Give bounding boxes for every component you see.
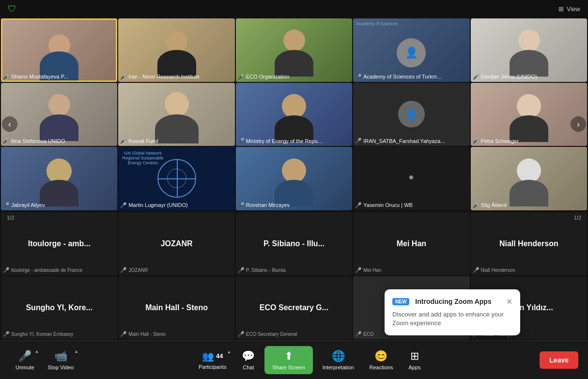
name-cell-23[interactable]: ECO Secretary G... 🎤 ECO Secretary Gener… [236, 276, 352, 339]
mic-muted-icon-18: 🎤 [238, 267, 245, 273]
participants-caret: ▲ [227, 349, 232, 354]
reactions-button[interactable]: 😊 Reactions [364, 347, 399, 373]
mic-muted-icon-2: 🎤 [120, 74, 127, 80]
participant-name-13: Rovshan Mirzayev [246, 202, 290, 208]
reactions-label: Reactions [370, 364, 393, 370]
nav-arrow-right[interactable]: › [571, 116, 586, 132]
name-cell-17[interactable]: JOZANR 🎤 JOZANR [118, 212, 234, 275]
sub-name-24: ECO [363, 332, 374, 337]
participant-video-2 [118, 18, 234, 82]
mute-bar-6: 🎤 Ilina Stefanova UNIDO [3, 138, 65, 144]
display-name-22: Main Hall - Steno [145, 303, 208, 312]
grid-icon: ⊞ [558, 5, 564, 13]
participant-video-11 [1, 147, 117, 210]
participant-name-9: IRAN_SATBA_Farshad.Yahyazadeh [363, 138, 448, 144]
interpretation-label: Interpretation [323, 364, 354, 370]
mic-muted-icon-16: 🎤 [3, 267, 10, 273]
mute-bar-7: 🎤 Kuwait Fund [120, 138, 158, 144]
video-cell-14[interactable]: 🎤 Yasemin Orucu | WB [353, 147, 469, 210]
display-name-16: Itoulorge - amb... [28, 239, 91, 248]
mute-bar-9: 🎤 IRAN_SATBA_Farshad.Yahyazadeh [355, 138, 449, 144]
video-cell-10[interactable]: 🎤 Petra Schwager [471, 83, 587, 146]
interpretation-icon: 🌐 [332, 350, 345, 363]
name-cell-22[interactable]: Main Hall - Steno 🎤 Main Hall - Steno [118, 276, 234, 339]
leave-button[interactable]: Leave [540, 351, 578, 369]
video-cell-7[interactable]: 🎤 Kuwait Fund [118, 83, 234, 146]
participant-name-11: Jabrayil Aliyev [11, 202, 45, 208]
participant-name-5: Gentjan Sema (UNIDO) [481, 74, 537, 79]
shield-icon: 🛡 [8, 4, 16, 14]
view-button[interactable]: ⊞ View [558, 5, 580, 13]
globe-network-text: GN Global NetworkRegional SustainableEne… [122, 151, 163, 165]
display-name-23: ECO Secretary G... [260, 303, 328, 312]
share-screen-label: Share Screen [272, 364, 305, 370]
participant-video-13 [236, 147, 352, 210]
video-cell-12[interactable]: GN Global NetworkRegional SustainableEne… [118, 147, 234, 210]
interpretation-button[interactable]: 🌐 Interpretation [317, 347, 360, 373]
video-cell-4[interactable]: Academy of Sciences 👤 🎤 Academy of Scien… [353, 18, 469, 82]
mute-bar-18: 🎤 P. Sibiano - Illumia [238, 267, 286, 273]
nav-arrow-left[interactable]: ‹ [2, 116, 17, 132]
name-cell-18[interactable]: P. Sibiano - Illu... 🎤 P. Sibiano - Illu… [236, 212, 352, 275]
mute-bar-21: 🎤 Sungho YI, Korean Embassy [3, 331, 73, 337]
mute-bar-22: 🎤 Main Hall - Steno [120, 331, 166, 337]
video-caret: ▲ [74, 349, 78, 354]
name-cell-21[interactable]: Sungho YI, Kore... 🎤 Sungho YI, Korean E… [1, 276, 117, 339]
participant-name-12: Martin Lugmayr (UNIDO) [128, 202, 187, 208]
video-cell-13[interactable]: 🎤 Rovshan Mirzayev [236, 147, 352, 210]
video-cell-5[interactable]: 🎤 Gentjan Sema (UNIDO) [471, 18, 587, 82]
chat-label: Chat [243, 364, 254, 370]
name-cell-19[interactable]: Mei Han 🎤 Mei Han [353, 212, 469, 275]
unmute-button[interactable]: 🎤 Unmute ▲ [10, 347, 40, 373]
mute-bar-19: 🎤 Mei Han [355, 267, 381, 273]
mute-bar-12: 🎤 Martin Lugmayr (UNIDO) [120, 202, 187, 208]
participant-name-14: Yasemin Orucu | WB [363, 202, 413, 208]
mute-bar-15: 🎤 Stig Ätland [473, 202, 507, 208]
reactions-icon: 😊 [374, 350, 387, 363]
video-cell-1[interactable]: 🎤 Shams Mustafayeva P... [1, 18, 117, 82]
display-name-19: Mei Han [397, 239, 426, 248]
name-cell-16[interactable]: Itoulorge - amb... 🎤 Itoulorge - ambassa… [1, 212, 117, 275]
mic-icon-3: 🎤 [238, 74, 245, 80]
video-cell-8[interactable]: 🎤 Ministry of Energy of the Repub... [236, 83, 352, 146]
mute-bar-5: 🎤 Gentjan Sema (UNIDO) [473, 74, 537, 80]
video-cell-3[interactable]: 🎤 ECO Organization [236, 18, 352, 82]
popup-header: NEW Introducing Zoom Apps ✕ [392, 297, 512, 306]
mic-muted-icon-12: 🎤 [120, 202, 127, 208]
video-cell-15[interactable]: 🎤 Stig Ätland [471, 147, 587, 210]
toolbar-center: 👥 44 Participants ▲ 💬 Chat ⬆ Share Scree… [79, 346, 540, 374]
apps-button[interactable]: ⊞ Apps [402, 347, 426, 373]
video-icon: 📹 [54, 350, 67, 363]
display-name-21: Sungho YI, Kore... [26, 303, 93, 312]
mic-muted-icon-8: 🎤 [238, 138, 245, 144]
unmute-label: Unmute [15, 364, 34, 370]
popup-title: Introducing Zoom Apps [415, 298, 491, 305]
mute-bar-1: 🎤 Shams Mustafayeva P... [3, 74, 68, 80]
video-cell-6[interactable]: 🎤 Ilina Stefanova UNIDO [1, 83, 117, 146]
share-screen-button[interactable]: ⬆ Share Screen [264, 346, 312, 374]
mic-muted-icon-7: 🎤 [120, 138, 127, 144]
mute-bar-14: 🎤 Yasemin Orucu | WB [355, 202, 413, 208]
video-cell-2[interactable]: 🎤 Iran - Niroo Research Institute [118, 18, 234, 82]
participant-video-6 [1, 83, 117, 146]
mic-muted-icon-23: 🎤 [238, 331, 245, 337]
participant-video-3 [236, 18, 352, 82]
display-name-18: P. Sibiano - Illu... [263, 239, 325, 248]
view-label: View [567, 5, 580, 13]
participant-name-8: Ministry of Energy of the Repub... [246, 138, 325, 144]
name-cell-20[interactable]: Niall Henderson 🎤 Niall Henderson [471, 212, 587, 275]
toolbar-right: Leave [540, 351, 578, 369]
page-label-left: 1/2 [7, 215, 14, 221]
chat-button[interactable]: 💬 Chat [236, 347, 261, 373]
popup-header-left: NEW Introducing Zoom Apps [392, 298, 492, 305]
toolbar-left: 🎤 Unmute ▲ 📹 Stop Video ▲ [10, 347, 79, 373]
stop-video-button[interactable]: 📹 Stop Video ▲ [42, 347, 80, 373]
popup-close-button[interactable]: ✕ [506, 297, 512, 306]
participants-button[interactable]: 👥 44 Participants ▲ [193, 347, 232, 373]
video-cell-11[interactable]: 🎤 Jabrayil Aliyev [1, 147, 117, 210]
mute-bar-17: 🎤 JOZANR [120, 267, 148, 273]
mic-icon-5: 🎤 [473, 74, 480, 80]
mute-bar-3: 🎤 ECO Organization [238, 74, 289, 80]
video-cell-9[interactable]: 👤 🎤 IRAN_SATBA_Farshad.Yahyazadeh [353, 83, 469, 146]
mic-icon-10: 🎤 [473, 138, 480, 144]
